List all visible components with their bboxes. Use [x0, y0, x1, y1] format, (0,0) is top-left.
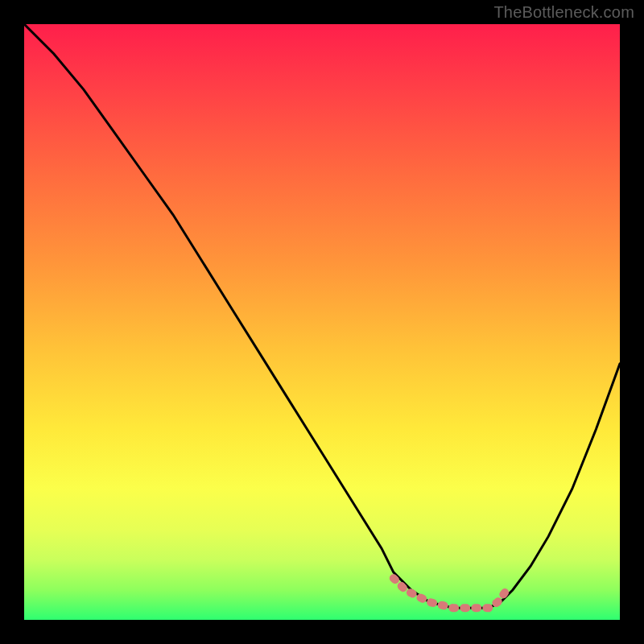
optimal-band-marker: [394, 578, 507, 608]
watermark-text: TheBottleneck.com: [493, 3, 634, 22]
bottleneck-curve: [24, 24, 620, 608]
curve-layer: [24, 24, 620, 620]
chart-frame: TheBottleneck.com: [0, 0, 644, 644]
plot-area: [24, 24, 620, 620]
